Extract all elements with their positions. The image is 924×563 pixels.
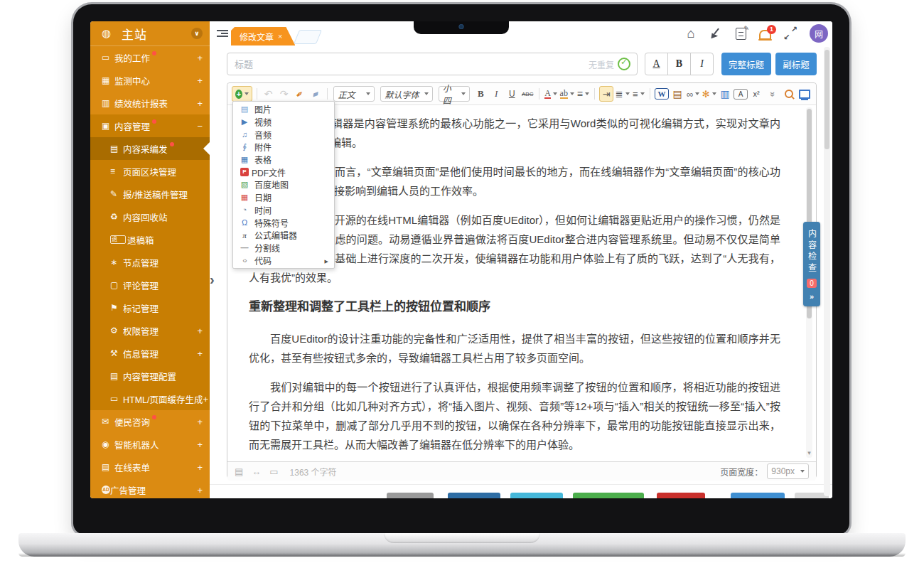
caret-down-icon xyxy=(640,92,645,95)
sidebar-item[interactable]: ▤ 内容管理配置 xyxy=(90,365,210,387)
insert-menu-item-label: PDF文件 xyxy=(252,166,286,178)
paste-plain-clipboard-icon[interactable] xyxy=(670,86,684,102)
italic-button[interactable]: I xyxy=(489,86,503,102)
font-color-button[interactable]: A xyxy=(544,86,558,102)
auto-format-magic-icon[interactable] xyxy=(702,86,716,102)
element-path-icon[interactable] xyxy=(235,466,243,477)
sidebar-item[interactable]: ∗ 节点管理 xyxy=(90,251,210,274)
redo-icon[interactable] xyxy=(277,86,291,102)
scroll-down-arrow-icon[interactable] xyxy=(806,445,812,458)
audit-log-icon[interactable] xyxy=(736,28,746,40)
sidebar-item[interactable]: ♻ 内容回收站 xyxy=(90,205,210,228)
home-icon[interactable] xyxy=(684,27,697,40)
font-size-select[interactable]: 小四 xyxy=(439,86,470,102)
insert-menu-item[interactable]: ◔ 时间 xyxy=(233,204,334,217)
insert-menu-item[interactable]: ♫ 音频 xyxy=(233,128,334,141)
insert-menu-item[interactable]: P PDF文件 xyxy=(233,166,334,178)
sidebar-item[interactable]: ▢ 评论管理 xyxy=(90,274,210,296)
sidebar-item[interactable]: ⚙ 权限管理 + xyxy=(90,319,210,342)
article-title-input[interactable] xyxy=(227,53,638,75)
sidebar-header[interactable]: 主站 xyxy=(90,21,210,46)
action-button[interactable] xyxy=(387,493,434,498)
clear-cache-broom-icon[interactable] xyxy=(710,27,723,40)
sidebar-item[interactable]: ◉ 智能机器人 + xyxy=(90,433,210,456)
fullscreen-monitor-icon[interactable] xyxy=(797,86,812,102)
text-block-button[interactable]: A xyxy=(734,89,748,100)
sidebar-item[interactable]: ⚑ 标记管理 xyxy=(90,296,210,319)
sidebar-item[interactable]: ▭ 我的工作 + xyxy=(90,46,210,69)
insert-menu-item[interactable]: ▧ 百度地图 xyxy=(233,178,334,191)
sidebar-item[interactable]: ▤ 在线表单 + xyxy=(90,456,210,478)
insert-menu-item[interactable]: ▤ 图片 xyxy=(233,103,334,116)
page-width-select[interactable]: 930px xyxy=(767,463,809,479)
sidebar-item[interactable]: ▥ 绩效统计报表 + xyxy=(90,92,210,114)
align-button[interactable] xyxy=(576,86,590,102)
action-button[interactable] xyxy=(657,493,705,498)
sidebar-item[interactable]: 退 退稿箱 xyxy=(90,228,210,251)
undo-icon[interactable] xyxy=(262,86,276,102)
insert-dropdown-button[interactable]: + xyxy=(232,86,252,102)
chevron-down-circle-icon[interactable] xyxy=(191,28,203,39)
toggle-sidebar-icon[interactable] xyxy=(217,28,228,38)
title-format-button[interactable]: A xyxy=(645,53,668,75)
paragraph-format-select[interactable]: 正文 xyxy=(333,86,375,102)
sidebar-item[interactable]: AD 广告管理 + xyxy=(90,478,210,498)
fullscreen-expand-icon[interactable] xyxy=(784,27,797,40)
strikethrough-button[interactable]: ABC xyxy=(520,86,534,102)
insert-menu-item[interactable]: ▦ 表格 xyxy=(233,154,334,166)
insert-menu-item-label: 视频 xyxy=(254,116,272,128)
underline-button[interactable]: U xyxy=(505,86,519,102)
insert-menu-item[interactable]: ‹› 代码 xyxy=(233,254,334,267)
sidebar-item[interactable]: ✉ 便民咨询 + xyxy=(90,410,210,433)
notifications-bell-icon[interactable]: 1 xyxy=(759,30,771,40)
title-format-button[interactable]: I xyxy=(690,53,714,75)
sidebar-item[interactable]: ✎ 报/推送稿件管理 xyxy=(90,183,210,205)
sidebar-item[interactable]: ▭ HTML/页面缓存生成 + xyxy=(90,387,210,410)
insert-menu-item[interactable]: π 公式编辑器 xyxy=(233,229,334,242)
insert-link-icon[interactable] xyxy=(686,86,700,102)
sidebar-collapse-handle[interactable] xyxy=(210,272,215,288)
superscript-button[interactable]: x² xyxy=(749,86,763,102)
format-painter-icon[interactable] xyxy=(293,86,307,102)
highlight-color-button[interactable]: ab xyxy=(559,86,574,102)
sidebar-item[interactable]: ▤ 内容采编发 xyxy=(90,137,210,160)
subtitle-button[interactable]: 副标题 xyxy=(775,53,817,75)
action-button[interactable] xyxy=(573,493,644,498)
first-line-indent-button[interactable] xyxy=(599,86,613,102)
action-button[interactable] xyxy=(510,493,563,498)
content-check-tab[interactable]: 内容检查 0 » xyxy=(803,222,820,306)
preview-search-icon[interactable] xyxy=(782,86,796,102)
user-avatar[interactable]: 网 xyxy=(810,24,828,43)
sidebar-item[interactable]: ⚒ 信息管理 + xyxy=(90,342,210,365)
sidebar-item[interactable]: ▦ 监测中心 + xyxy=(90,69,210,92)
close-tab-icon[interactable]: × xyxy=(278,32,282,41)
font-family-select[interactable]: 默认字体 xyxy=(380,86,432,102)
clear-format-eraser-icon[interactable] xyxy=(308,86,323,102)
more-tools-chevron-icon[interactable] xyxy=(766,86,780,102)
insert-menu-item[interactable]: Ω 特殊符号 xyxy=(233,216,334,229)
page-scrollbar-thumb[interactable] xyxy=(824,50,829,149)
tab-edit-article[interactable]: 修改文章 × xyxy=(231,27,295,45)
bold-button[interactable]: B xyxy=(473,86,488,102)
page-scrollbar[interactable] xyxy=(824,47,830,496)
layout-columns-icon[interactable] xyxy=(718,86,732,102)
double-chevron-right-icon[interactable]: » xyxy=(810,292,814,301)
insert-menu-item[interactable]: ∮ 附件 xyxy=(233,141,334,154)
title-format-button[interactable]: B xyxy=(667,53,691,75)
ordered-list-button[interactable] xyxy=(615,86,630,102)
sidebar-item[interactable]: ▣ 内容管理 − xyxy=(90,114,210,137)
full-title-button[interactable]: 完整标题 xyxy=(721,53,771,75)
unordered-list-button[interactable] xyxy=(631,86,645,102)
sidebar-item[interactable]: ≡ 页面区块管理 xyxy=(90,160,210,183)
sidebar-item-label: 绩效统计报表 xyxy=(114,97,168,110)
insert-menu-item[interactable]: ▦ 日期 xyxy=(233,191,334,204)
new-tab-placeholder[interactable] xyxy=(294,30,322,44)
action-button[interactable] xyxy=(448,493,500,498)
auto-width-icon[interactable] xyxy=(252,466,261,477)
paste-from-word-icon[interactable]: W xyxy=(655,88,669,100)
action-button[interactable] xyxy=(731,493,785,498)
insert-menu-item[interactable]: — 分割线 xyxy=(233,242,334,254)
insert-menu-item[interactable]: ▶ 视频 xyxy=(233,116,334,129)
comment-mgmt-icon: ▢ xyxy=(110,280,123,290)
page-view-icon[interactable] xyxy=(269,466,278,477)
